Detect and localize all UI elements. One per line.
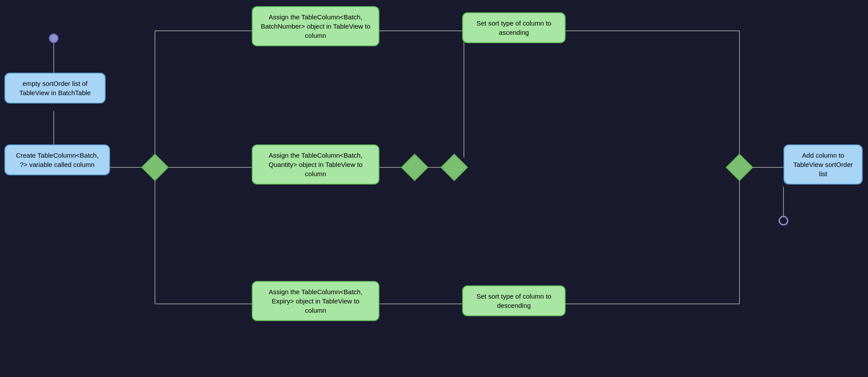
- node-set-descending: Set sort type of column to descending: [462, 285, 566, 316]
- end-circle: [779, 216, 788, 225]
- diamond-1: [141, 154, 169, 181]
- diamond-2: [401, 154, 428, 181]
- diamond-3: [441, 154, 468, 181]
- node-add-column: Add column to TableView sortOrder list: [783, 144, 863, 185]
- node-set-ascending: Set sort type of column to ascending: [462, 12, 566, 43]
- diamond-4: [726, 154, 753, 181]
- node-assign-expiry: Assign the TableColumn<Batch, Expiry> ob…: [252, 281, 379, 321]
- node-create-table-column: Create TableColumn<Batch, ?> variable ca…: [4, 144, 110, 175]
- node-empty-sort-order: empty sortOrder list of TableView in Bat…: [4, 73, 106, 103]
- node-assign-batch-number: Assign the TableColumn<Batch, BatchNumbe…: [252, 6, 379, 46]
- node-assign-quantity: Assign the TableColumn<Batch, Quantity> …: [252, 144, 379, 185]
- start-circle: [49, 33, 59, 43]
